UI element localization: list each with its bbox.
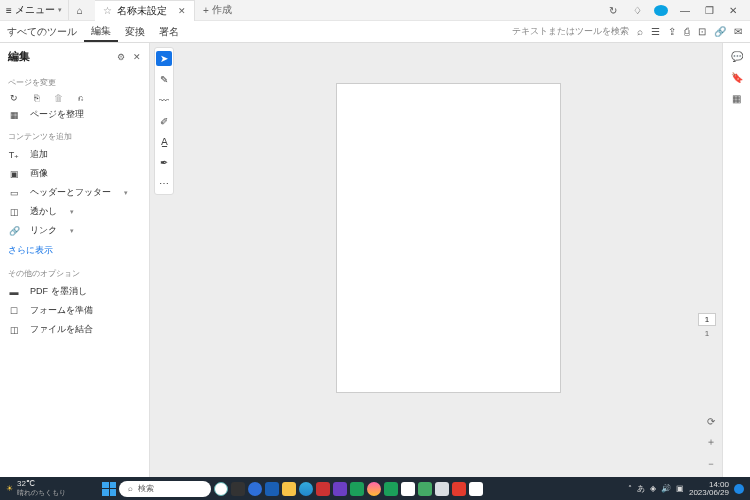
hamburger-icon: ≡ [6, 5, 12, 16]
tray-wifi-icon[interactable]: ◈ [650, 484, 656, 493]
header-footer[interactable]: ▭ヘッダーとフッター [8, 183, 141, 202]
taskbar-app-1[interactable] [248, 482, 262, 496]
taskbar-teams[interactable] [333, 482, 347, 496]
home-icon: ⌂ [77, 5, 83, 16]
home-button[interactable]: ⌂ [69, 0, 91, 20]
taskbar-app-4[interactable] [367, 482, 381, 496]
canvas-area: 1 1 ⟳ ＋ － [174, 43, 722, 477]
taskbar-acrobat[interactable] [452, 482, 466, 496]
star-icon: ☆ [103, 5, 112, 16]
sign-tool[interactable]: ✒ [156, 155, 172, 170]
text-icon: T₊ [8, 150, 20, 160]
mail-icon[interactable]: ✉ [734, 26, 742, 37]
taskbar-app-6[interactable] [418, 482, 432, 496]
sync-icon[interactable]: ↻ [606, 5, 620, 16]
combine-files[interactable]: ◫ファイルを結合 [8, 320, 141, 339]
left-panel: 編集 ⚙ ✕ ページを変更 ↻ ⎘ 🗑 ⎌ ▦ページを整理 コンテンツを追加 T… [0, 43, 150, 477]
taskbar-search-text: 検索 [138, 483, 154, 494]
combine-icon: ◫ [8, 325, 20, 335]
save-icon[interactable]: ☰ [651, 26, 660, 37]
taskbar-search-icon: ⌕ [128, 484, 133, 493]
taskbar-app-3[interactable] [316, 482, 330, 496]
taskbar-clock[interactable]: 14:00 2023/06/29 [689, 481, 729, 497]
taskbar-app-7[interactable] [435, 482, 449, 496]
section-page-label: ページを変更 [8, 77, 141, 88]
thumbnail-panel-icon[interactable]: ▦ [732, 93, 741, 104]
start-button[interactable] [102, 482, 116, 496]
zoom-in-icon[interactable]: ＋ [706, 435, 716, 449]
redact[interactable]: ▬PDF を墨消し [8, 282, 141, 301]
document-tab[interactable]: ☆ 名称未設定 ✕ [95, 0, 195, 21]
taskbar-taskview[interactable] [231, 482, 245, 496]
taskbar-search[interactable]: ⌕ 検索 [119, 481, 211, 497]
tray-volume-icon[interactable]: 🔊 [661, 484, 671, 493]
add-text[interactable]: T₊追加 [8, 145, 141, 164]
draw-tool[interactable]: ✐ [156, 114, 172, 129]
vertical-toolbar: ➤ ✎ 〰 ✐ A̲ ✒ ⋯ [154, 47, 174, 195]
document-page[interactable] [336, 83, 561, 393]
textbox-tool[interactable]: A̲ [156, 134, 172, 149]
link-tool-icon: 🔗 [8, 226, 20, 236]
taskbar-app-5[interactable] [401, 482, 415, 496]
image-icon: ▣ [8, 169, 20, 179]
page-input[interactable]: 1 [698, 313, 716, 326]
gear-icon[interactable]: ⚙ [117, 52, 125, 62]
weather-temp: 32℃ [17, 479, 66, 488]
add-image[interactable]: ▣画像 [8, 164, 141, 183]
search-icon[interactable]: ⌕ [637, 26, 643, 37]
refresh-view-icon[interactable]: ⟳ [707, 416, 715, 427]
weather-text: 晴れのちくもり [17, 488, 66, 498]
taskbar-app-8[interactable] [469, 482, 483, 496]
redact-icon: ▬ [8, 287, 20, 297]
share-icon[interactable]: ⇪ [668, 26, 676, 37]
zoom-out-icon[interactable]: － [706, 457, 716, 471]
bell-icon[interactable]: ♢ [630, 5, 644, 16]
taskbar-edge[interactable] [299, 482, 313, 496]
right-rail: 💬 🔖 ▦ [722, 43, 750, 477]
show-more[interactable]: さらに表示 [8, 240, 141, 261]
account-avatar[interactable] [654, 5, 668, 16]
window-minimize[interactable]: — [678, 5, 692, 16]
tab-title: 名称未設定 [117, 4, 167, 18]
comment-panel-icon[interactable]: 💬 [731, 51, 743, 62]
extra-icon-1[interactable]: ⊡ [698, 26, 706, 37]
insert-icon[interactable]: ⎌ [74, 93, 86, 103]
tray-ime[interactable]: あ [637, 483, 645, 494]
taskbar-weather[interactable]: ☀ 32℃ 晴れのちくもり [0, 479, 72, 498]
taskbar-explorer[interactable] [282, 482, 296, 496]
menu-label: メニュー [15, 3, 55, 17]
organize-pages[interactable]: ▦ページを整理 [8, 105, 141, 124]
rotate-icon[interactable]: ↻ [8, 93, 20, 103]
tab-sign[interactable]: 署名 [152, 21, 186, 42]
close-panel-icon[interactable]: ✕ [133, 52, 141, 62]
extract-icon[interactable]: ⎘ [30, 93, 42, 103]
tab-edit[interactable]: 編集 [84, 21, 118, 42]
link-tool[interactable]: 🔗リンク [8, 221, 141, 240]
select-tool[interactable]: ➤ [156, 51, 172, 66]
tab-all-tools[interactable]: すべてのツール [0, 21, 84, 42]
menu-button[interactable]: ≡ メニュー ▾ [0, 0, 69, 20]
notif-badge[interactable] [734, 484, 744, 494]
taskbar-app-2[interactable] [265, 482, 279, 496]
tray-battery-icon[interactable]: ▣ [676, 484, 684, 493]
window-restore[interactable]: ❐ [702, 5, 716, 16]
new-tab-button[interactable]: + 作成 [195, 0, 240, 20]
taskbar-copilot[interactable] [214, 482, 228, 496]
more-tools[interactable]: ⋯ [156, 176, 172, 191]
taskbar-excel[interactable] [384, 482, 398, 496]
form-icon: ☐ [8, 306, 20, 316]
tray-chevron-icon[interactable]: ˄ [628, 484, 632, 493]
print-icon[interactable]: ⎙ [684, 26, 690, 37]
comment-tool[interactable]: ✎ [156, 72, 172, 87]
tab-convert[interactable]: 変換 [118, 21, 152, 42]
delete-icon[interactable]: 🗑 [52, 93, 64, 103]
taskbar-xbox[interactable] [350, 482, 364, 496]
prepare-form[interactable]: ☐フォームを準備 [8, 301, 141, 320]
chevron-down-icon: ▾ [58, 6, 62, 14]
close-tab-icon[interactable]: ✕ [178, 6, 186, 16]
watermark[interactable]: ◫透かし [8, 202, 141, 221]
window-close[interactable]: ✕ [726, 5, 740, 16]
link-icon[interactable]: 🔗 [714, 26, 726, 37]
highlight-tool[interactable]: 〰 [156, 93, 172, 108]
bookmark-panel-icon[interactable]: 🔖 [731, 72, 743, 83]
